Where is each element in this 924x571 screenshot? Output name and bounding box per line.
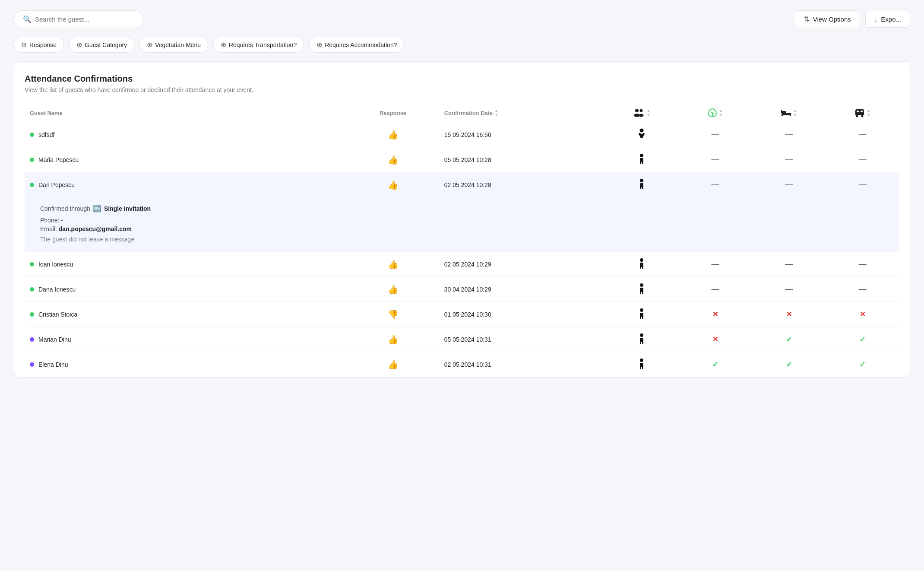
sort-arrows-acc: ▲▼ <box>794 108 797 117</box>
table-row[interactable]: sdfsdf 👍 15 05 2024 16:50 — — — <box>25 122 899 147</box>
transportation-cell: — <box>826 252 899 277</box>
table-row[interactable]: Cristian Stoica 👎 01 05 2024 10:30 ✕ ✕ ✕ <box>25 302 899 327</box>
filter-chip-requires-accommodation[interactable]: ⊕Requires Accommodation? <box>309 37 404 53</box>
svg-rect-37 <box>642 292 643 294</box>
bus-icon <box>854 108 865 117</box>
svg-rect-36 <box>640 292 641 294</box>
veggie-icon <box>708 108 717 117</box>
table-header-row: Guest Name Response Confirmation Date ▲▼ <box>25 104 899 122</box>
filter-chip-requires-transportation[interactable]: ⊕Requires Transportation? <box>213 37 304 53</box>
svg-rect-10 <box>790 114 791 116</box>
col-vegetarian[interactable]: ▲▼ <box>678 104 752 122</box>
search-input[interactable] <box>35 16 134 23</box>
dash-value: — <box>711 285 719 293</box>
svg-rect-27 <box>640 183 643 187</box>
filter-label: Vegetarian Menu <box>155 41 201 48</box>
status-dot <box>30 262 34 266</box>
svg-point-34 <box>640 283 643 287</box>
svg-rect-25 <box>642 162 643 164</box>
filter-chip-guest-category[interactable]: ⊕Guest Category <box>69 37 134 53</box>
svg-point-26 <box>640 179 643 182</box>
transportation-cell: — <box>826 147 899 172</box>
top-bar: 🔍 ⇅ View Options ↓ Expo... <box>14 10 910 28</box>
table-row[interactable]: Marian Dinu 👍 05 05 2024 10:31 ✕ ✓ ✓ <box>25 327 899 352</box>
confirmed-through-label: Confirmed through <box>40 205 90 212</box>
dash-value: — <box>711 180 719 189</box>
person-icon <box>639 283 645 294</box>
col-accommodation[interactable]: ▲▼ <box>752 104 826 122</box>
accommodation-cell: — <box>752 147 826 172</box>
table-row[interactable]: Ioan Ionescu 👍 02 05 2024 10:29 — — — <box>25 252 899 277</box>
x-value: ✕ <box>712 336 718 343</box>
guest-name-cell: Cristian Stoica <box>25 302 347 327</box>
svg-rect-31 <box>640 263 643 267</box>
response-cell: 👍 <box>347 122 439 147</box>
x-value: ✕ <box>860 311 865 318</box>
thumbs-up-icon: 👍 <box>388 360 399 369</box>
svg-point-22 <box>640 154 643 157</box>
dash-value: — <box>785 260 793 268</box>
view-options-button[interactable]: ⇅ View Options <box>795 10 860 28</box>
col-confirmation-date[interactable]: Confirmation Date ▲▼ <box>439 104 605 122</box>
guest-name-cell: Maria Popescu <box>25 147 347 172</box>
guest-name: Elena Dinu <box>38 361 68 368</box>
card-subtitle: View the list of guests who have confirm… <box>25 86 899 93</box>
filter-label: Response <box>29 41 57 48</box>
svg-rect-8 <box>782 111 786 113</box>
svg-point-21 <box>640 134 643 138</box>
svg-point-2 <box>640 109 643 112</box>
filter-label: Guest Category <box>85 41 127 48</box>
sort-arrows-cat: ▲▼ <box>646 108 650 117</box>
table-row[interactable]: Dan Popescu 👍 02 05 2024 10:28 — — — <box>25 172 899 197</box>
email-field: Email: dan.popescu@gmail.com <box>40 225 891 232</box>
plus-icon: ⊕ <box>147 41 152 49</box>
export-button[interactable]: ↓ Expo... <box>865 11 910 28</box>
plus-icon: ⊕ <box>76 41 82 49</box>
accommodation-cell: — <box>752 122 826 147</box>
filter-chip-vegetarian-menu[interactable]: ⊕Vegetarian Menu <box>139 37 208 53</box>
filter-bar: ⊕Response⊕Guest Category⊕Vegetarian Menu… <box>14 37 910 53</box>
svg-point-38 <box>640 308 643 312</box>
category-cell <box>605 352 679 377</box>
svg-rect-43 <box>640 338 643 342</box>
col-transportation[interactable]: ▲▼ <box>826 104 899 122</box>
confirmation-date-cell: 30 04 2024 10:29 <box>439 277 605 302</box>
response-cell: 👍 <box>347 352 439 377</box>
thumbs-down-icon: 👎 <box>388 310 399 319</box>
dash-value: — <box>785 130 793 139</box>
guest-name: Dan Popescu <box>38 181 75 188</box>
category-cell <box>605 122 679 147</box>
confirmation-date-cell: 02 05 2024 10:31 <box>439 352 605 377</box>
baby-icon <box>637 128 646 140</box>
confirmation-date-cell: 05 05 2024 10:28 <box>439 147 605 172</box>
vegetarian-cell: — <box>678 277 752 302</box>
x-value: ✕ <box>712 311 718 318</box>
guest-name: Maria Popescu <box>38 156 79 163</box>
svg-rect-29 <box>642 187 643 189</box>
download-icon: ↓ <box>874 16 878 23</box>
card-title: Attendance Confirmations <box>25 74 899 84</box>
person-icon <box>639 358 645 369</box>
guest-name: Dana Ionescu <box>38 286 76 293</box>
svg-rect-47 <box>640 363 643 367</box>
vegetarian-cell: ✕ <box>678 302 752 327</box>
guest-name-cell: sdfsdf <box>25 122 347 147</box>
phone-field: Phone: - <box>40 217 891 224</box>
col-guest-category[interactable]: ▲▼ <box>605 104 679 122</box>
status-dot <box>30 312 34 317</box>
plus-icon: ⊕ <box>221 41 226 49</box>
confirmation-date-cell: 01 05 2024 10:30 <box>439 302 605 327</box>
svg-rect-45 <box>642 342 643 344</box>
table-row[interactable]: Maria Popescu 👍 05 05 2024 10:28 — — — <box>25 147 899 172</box>
vegetarian-cell: — <box>678 252 752 277</box>
guest-name-cell: Dan Popescu <box>25 172 347 197</box>
invite-icon: 🆕 <box>93 204 101 213</box>
table-row[interactable]: Dana Ionescu 👍 30 04 2024 10:29 — — — <box>25 277 899 302</box>
accommodation-cell: ✕ <box>752 302 826 327</box>
guest-message: The guest did not leave a message <box>40 236 891 243</box>
svg-point-30 <box>640 258 643 262</box>
table-row[interactable]: Elena Dinu 👍 02 05 2024 10:31 ✓ ✓ ✓ <box>25 352 899 377</box>
transportation-cell: ✕ <box>826 302 899 327</box>
search-icon: 🔍 <box>23 15 32 23</box>
filter-chip-response[interactable]: ⊕Response <box>14 37 64 53</box>
